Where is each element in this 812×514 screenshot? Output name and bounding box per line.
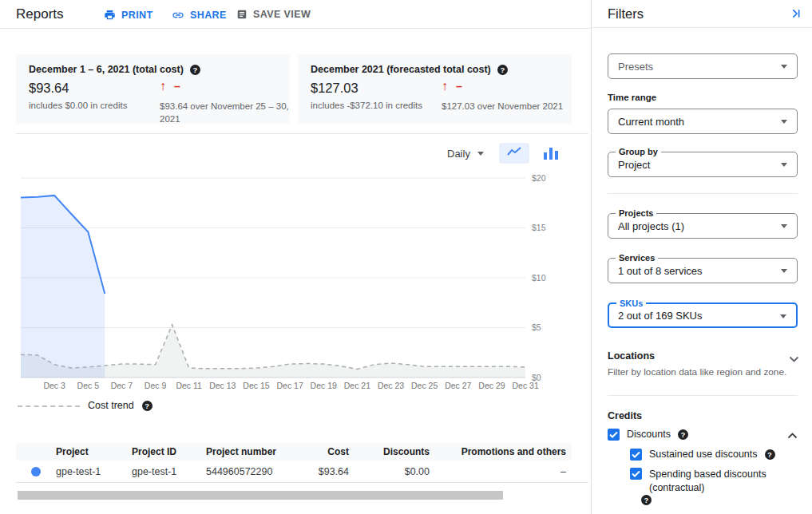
- spending-based-discounts-checkbox[interactable]: [630, 468, 642, 480]
- x-axis-label: Dec 5: [77, 381, 100, 390]
- y-axis-label: $20: [532, 173, 546, 183]
- save-view-icon: [236, 9, 248, 20]
- time-range-dropdown[interactable]: Current month: [608, 109, 798, 134]
- column-header: Project number: [206, 446, 295, 457]
- table-cell: $93.64: [295, 466, 349, 477]
- spending-discounts-row: Spending based discounts (contractual): [630, 468, 770, 495]
- total-cost-card: December 1 – 6, 2021 (total cost) ? $93.…: [16, 54, 290, 124]
- table-cell: gpe-test-1: [56, 466, 132, 477]
- x-axis-label: Dec 11: [176, 381, 202, 390]
- filters-divider: [608, 395, 798, 396]
- help-icon[interactable]: ?: [142, 401, 152, 411]
- x-axis-label: Dec 23: [378, 381, 404, 390]
- credits-note: includes -$372.10 in credits: [311, 101, 422, 110]
- x-axis-label: Dec 31: [512, 381, 538, 390]
- help-icon[interactable]: ?: [190, 65, 200, 75]
- summary-cards: December 1 – 6, 2021 (total cost) ? $93.…: [16, 54, 572, 124]
- projects-dropdown[interactable]: Projects All projects (1): [608, 213, 798, 239]
- series-color-dot: [31, 467, 41, 476]
- x-axis-label: Dec 7: [111, 381, 133, 390]
- discounts-checkbox[interactable]: [608, 429, 620, 441]
- table-divider: [16, 482, 588, 483]
- print-button[interactable]: PRINT: [104, 9, 153, 21]
- trend-dash-icon: –: [174, 81, 180, 92]
- y-axis-label: $5: [532, 322, 541, 332]
- cost-trend-dash-icon: [18, 405, 80, 407]
- checkbox-label: Spending based discounts (contractual): [649, 468, 770, 495]
- presets-dropdown[interactable]: Presets: [608, 53, 798, 79]
- table-cell: 544960572290: [206, 466, 295, 477]
- help-icon[interactable]: ?: [678, 429, 688, 440]
- x-axis-label: Dec 19: [311, 381, 337, 390]
- total-cost-amount: $93.64: [29, 81, 69, 96]
- column-header: Promotions and others: [430, 446, 566, 457]
- time-range-label: Time range: [608, 93, 656, 102]
- checkbox-label: Sustained use discounts: [649, 449, 758, 460]
- forecast-cost-card: December 2021 (forecasted total cost) ? …: [298, 54, 572, 124]
- page-header: Reports PRINT SHARE SAVE VIEW: [0, 0, 591, 29]
- series-area-daily-cost: [21, 196, 105, 378]
- print-icon: [104, 9, 116, 21]
- horizontal-scrollbar[interactable]: [18, 491, 503, 500]
- comparison-text: $93.64 over November 25 – 30, 2021: [160, 101, 289, 125]
- table-cell: –: [430, 466, 566, 477]
- comparison-text: $127.03 over November 2021: [442, 101, 571, 113]
- sustained-use-discounts-checkbox[interactable]: [630, 449, 642, 461]
- locations-section-label: Locations: [608, 350, 655, 362]
- trend-dash-icon: –: [456, 81, 462, 92]
- legend-label: Cost trend: [88, 400, 134, 411]
- y-axis-label: $10: [532, 273, 546, 283]
- chevron-down-icon: [781, 65, 787, 69]
- chevron-down-icon[interactable]: [789, 352, 799, 366]
- column-header: Discounts: [349, 446, 430, 457]
- help-icon[interactable]: ?: [765, 449, 775, 460]
- table-header-row: ProjectProject IDProject numberCostDisco…: [16, 443, 572, 461]
- x-axis-label: Dec 15: [243, 381, 269, 390]
- billing-reports-page: Reports PRINT SHARE SAVE VIEW December 1…: [0, 0, 812, 514]
- skus-dropdown[interactable]: SKUs 2 out of 169 SKUs: [608, 302, 798, 328]
- x-axis-label: Dec 25: [411, 381, 438, 390]
- column-header: Project: [56, 446, 132, 457]
- cost-breakdown-table: ProjectProject IDProject numberCostDisco…: [16, 443, 572, 482]
- share-button[interactable]: SHARE: [172, 9, 227, 22]
- credits-note: includes $0.00 in credits: [29, 101, 127, 110]
- chevron-down-icon: [781, 269, 787, 273]
- x-axis-label: Dec 29: [478, 381, 505, 390]
- y-axis-label: $15: [532, 223, 546, 232]
- card-title: December 1 – 6, 2021 (total cost): [29, 64, 184, 75]
- help-icon[interactable]: ?: [497, 65, 508, 75]
- x-axis-label: Dec 17: [276, 381, 303, 390]
- chevron-up-icon[interactable]: [787, 429, 798, 441]
- filters-title: Filters: [608, 6, 644, 22]
- services-dropdown[interactable]: Services 1 out of 8 services: [608, 258, 798, 283]
- group-by-dropdown[interactable]: Group by Project: [608, 152, 798, 177]
- trend-up-icon: ↑: [442, 80, 448, 93]
- link-icon: [172, 9, 184, 22]
- help-icon[interactable]: ?: [641, 495, 652, 505]
- sustained-discounts-row: Sustained use discounts ?: [630, 449, 775, 461]
- trend-up-icon: ↑: [160, 80, 166, 93]
- column-header: Project ID: [132, 446, 206, 457]
- checkbox-label: Discounts: [627, 429, 671, 440]
- filters-header: Filters: [592, 0, 812, 28]
- credits-section-label: Credits: [608, 410, 642, 421]
- save-view-button[interactable]: SAVE VIEW: [236, 9, 311, 20]
- table-cell: $0.00: [349, 466, 430, 477]
- collapse-panel-icon[interactable]: [789, 7, 802, 23]
- table-row[interactable]: gpe-test-1gpe-test-1544960572290$93.64$0…: [16, 461, 572, 482]
- discounts-filter-row: Discounts ?: [608, 429, 798, 441]
- x-axis-label: Dec 27: [445, 381, 471, 390]
- page-title: Reports: [16, 6, 64, 22]
- x-axis-label: Dec 3: [43, 381, 65, 390]
- forecast-cost-amount: $127.03: [311, 81, 358, 96]
- column-header: Cost: [295, 446, 349, 457]
- filters-panel: Filters Presets Time range Current month…: [591, 0, 812, 514]
- chevron-down-icon: [781, 120, 787, 124]
- cost-chart: $0$5$10$15$20Dec 3Dec 5Dec 7Dec 9Dec 11D…: [0, 132, 591, 399]
- chart-legend: Cost trend ?: [18, 400, 152, 411]
- table-cell: gpe-test-1: [132, 466, 206, 477]
- chevron-down-icon: [781, 163, 787, 167]
- locations-description: Filter by location data like region and …: [608, 366, 799, 378]
- x-axis-label: Dec 13: [209, 381, 236, 390]
- x-axis-label: Dec 21: [344, 381, 370, 390]
